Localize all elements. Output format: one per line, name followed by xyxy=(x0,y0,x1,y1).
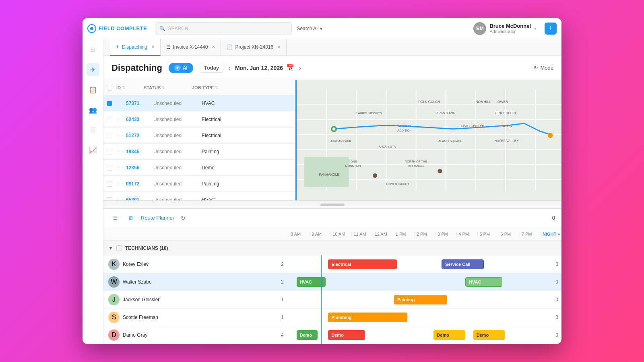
job-block[interactable]: Demo xyxy=(433,330,465,340)
job-block[interactable]: HVAC xyxy=(465,277,502,287)
timeline-header: 8 AM 9 AM 10 AM 11 AM 12 AM 1 PM 2 PM 3 … xyxy=(103,227,561,241)
expand-icon[interactable]: ▼ xyxy=(108,245,113,251)
row-checkbox[interactable] xyxy=(107,133,112,138)
table-row[interactable]: ⋮⋮ 65301 Unscheduled HVAC xyxy=(103,192,295,200)
tab-close-project[interactable]: ✕ xyxy=(277,45,281,49)
search-bar[interactable]: 🔍 SEARCH xyxy=(155,22,292,35)
tech-name: Scottie Freeman xyxy=(123,315,278,320)
table-row[interactable]: ⋮⋮ 62433 Unscheduled Electrical xyxy=(103,111,295,128)
svg-text:LONE: LONE xyxy=(349,160,357,163)
search-icon: 🔍 xyxy=(159,26,165,31)
scroll-thumb[interactable] xyxy=(320,204,345,206)
grid-view-button[interactable]: ⊞ xyxy=(126,214,136,222)
current-date: Mon. Jan 12, 2026 xyxy=(235,65,283,71)
add-button[interactable]: + xyxy=(545,23,557,35)
svg-text:ADDITION: ADDITION xyxy=(397,129,411,132)
tech-info: S Scottie Freeman 1 xyxy=(103,312,289,323)
job-block[interactable]: Demo xyxy=(473,330,505,340)
avatar: BM xyxy=(473,22,486,35)
select-all-tech-checkbox[interactable] xyxy=(116,245,122,251)
job-block[interactable]: Plumbing xyxy=(328,313,407,322)
svg-text:POLK GULCH: POLK GULCH xyxy=(418,100,440,104)
tech-end-count: 0 xyxy=(552,315,561,320)
svg-point-40 xyxy=(438,169,442,173)
ai-icon: ✦ xyxy=(174,65,181,71)
mode-button[interactable]: ↻ Mode xyxy=(534,65,553,71)
ai-button[interactable]: ✦ AI xyxy=(169,63,193,73)
calendar-icon[interactable]: 📅 xyxy=(286,64,294,72)
progress-line xyxy=(321,291,322,309)
route-planner-button[interactable]: Route Planner xyxy=(141,215,174,221)
row-type: Electrical xyxy=(202,117,250,122)
technician-row: K Korey Exley 2 Electrical Service Call xyxy=(103,255,561,273)
svg-text:JORDAN PARK: JORDAN PARK xyxy=(330,139,351,143)
row-status: Unscheduled xyxy=(153,101,202,106)
row-type: Painting xyxy=(202,181,250,187)
table-row[interactable]: ⋮⋮ 09172 Unscheduled Painting xyxy=(103,176,295,192)
prev-date-button[interactable]: ‹ xyxy=(227,63,232,73)
id-sort-icon: ⇅ xyxy=(122,86,125,90)
list-view-button[interactable]: ☰ xyxy=(110,214,121,222)
today-button[interactable]: Today xyxy=(200,63,223,73)
row-checkbox[interactable] xyxy=(107,149,112,154)
row-checkbox[interactable] xyxy=(107,101,112,106)
table-row[interactable]: ⋮⋮ 12356 Unscheduled Demo xyxy=(103,160,295,176)
content-area: ✈ Dispatching ✕ ☰ Invoice X-14440 ✕ 📄 Pr… xyxy=(103,39,561,344)
tech-name: Jackson Geissler xyxy=(123,297,278,302)
next-date-button[interactable]: › xyxy=(297,63,303,73)
job-block[interactable]: Service Call xyxy=(442,259,484,269)
grid-icon[interactable]: ⊞ xyxy=(87,43,99,56)
tab-project[interactable]: 📄 Project XN-24016 ✕ xyxy=(221,39,287,56)
search-all-button[interactable]: Search All ▾ xyxy=(297,26,322,31)
time-11am: 11 AM xyxy=(351,232,372,237)
progress-line xyxy=(321,309,322,326)
tech-avatar: J xyxy=(108,294,120,305)
select-all-checkbox[interactable] xyxy=(107,85,112,90)
invoice-tab-icon: ☰ xyxy=(166,44,171,50)
row-status: Unscheduled xyxy=(153,197,202,201)
jobtype-column-header[interactable]: JOB TYPE ⇅ xyxy=(192,85,240,90)
search-placeholder: SEARCH xyxy=(168,26,188,31)
tab-close-invoice[interactable]: ✕ xyxy=(212,45,215,49)
count-badge: 0 xyxy=(552,215,555,221)
scroll-area xyxy=(103,201,561,209)
tab-dispatching[interactable]: ✈ Dispatching ✕ xyxy=(110,39,161,56)
status-column-header[interactable]: STATUS ⇅ xyxy=(144,85,192,90)
job-block[interactable]: Demo xyxy=(297,330,318,340)
row-status: Unscheduled xyxy=(153,181,202,187)
tab-invoice[interactable]: ☰ Invoice X-14440 ✕ xyxy=(161,39,221,56)
people-icon[interactable]: 👥 xyxy=(87,103,99,116)
svg-text:HAYES VALLEY: HAYES VALLEY xyxy=(494,139,519,143)
time-8am: 8 AM xyxy=(289,232,310,237)
row-checkbox[interactable] xyxy=(107,117,112,122)
technician-row: J Jackson Geissler 1 Painting 0 xyxy=(103,291,561,309)
id-column-header[interactable]: ID ⇅ xyxy=(116,85,144,90)
row-checkbox[interactable] xyxy=(107,165,112,171)
table-row[interactable]: ⋮⋮ 51272 Unscheduled Electrical xyxy=(103,128,295,144)
svg-point-39 xyxy=(373,173,377,178)
job-block[interactable]: Electrical xyxy=(328,259,396,269)
drag-icon: ⋮⋮ xyxy=(116,101,124,105)
refresh-button[interactable]: ↻ xyxy=(181,215,186,221)
chart-icon[interactable]: 📈 xyxy=(87,144,99,156)
row-status: Unscheduled xyxy=(153,117,202,122)
dispatch-nav-icon[interactable]: ✈ xyxy=(87,63,99,76)
row-checkbox[interactable] xyxy=(107,197,112,201)
row-type: HVAC xyxy=(202,101,250,106)
document-icon[interactable]: 📋 xyxy=(87,83,99,96)
tech-info: K Korey Exley 2 xyxy=(103,259,289,270)
svg-text:NOB HILL: NOB HILL xyxy=(475,100,491,104)
tabs-bar: ✈ Dispatching ✕ ☰ Invoice X-14440 ✕ 📄 Pr… xyxy=(103,39,561,56)
table-map-area: ID ⇅ STATUS ⇅ JOB TYPE ⇅ xyxy=(103,80,561,201)
job-block[interactable]: Demo xyxy=(328,330,365,340)
list-icon[interactable]: ☰ xyxy=(87,123,99,136)
tech-timeline: Electrical Service Call xyxy=(289,255,552,273)
job-block[interactable]: Painting xyxy=(394,295,447,304)
row-checkbox[interactable] xyxy=(107,181,112,187)
tab-close-dispatching[interactable]: ✕ xyxy=(151,45,155,49)
progress-line xyxy=(321,326,322,344)
table-row[interactable]: ⋮⋮ 57371 Unscheduled HVAC xyxy=(103,95,295,111)
jobtype-sort-icon: ⇅ xyxy=(215,86,218,90)
timeline-section: ☰ ⊞ Route Planner ↻ 0 xyxy=(103,209,561,344)
table-row[interactable]: ⋮⋮ 19345 Unscheduled Painting xyxy=(103,144,295,160)
